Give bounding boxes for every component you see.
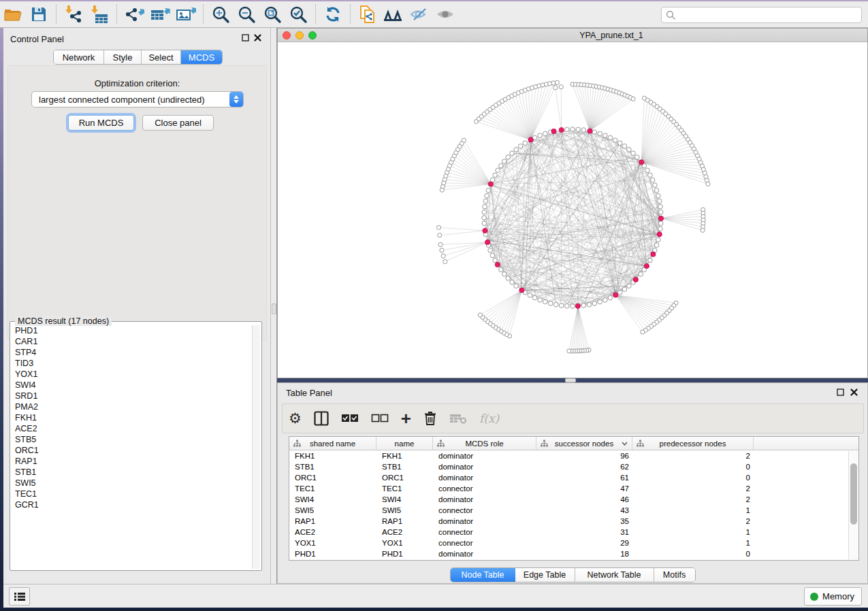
result-node-item[interactable]: STP4 bbox=[12, 347, 252, 358]
cell-MCDS-role: connector bbox=[433, 527, 536, 538]
cell-predecessor-nodes: 0 bbox=[632, 548, 754, 559]
zoom-selected-icon[interactable] bbox=[287, 3, 310, 25]
hierarchy-icon bbox=[437, 440, 445, 447]
memory-button[interactable]: Memory bbox=[804, 587, 862, 606]
network-graph[interactable] bbox=[278, 42, 867, 378]
result-node-item[interactable]: SWI4 bbox=[12, 380, 252, 391]
new-network-from-selection-icon[interactable] bbox=[356, 3, 379, 25]
node-table[interactable]: shared namenameMCDS rolesuccessor nodesp… bbox=[289, 436, 859, 561]
network-view-window: YPA_prune.txt_1 bbox=[277, 28, 868, 378]
close-panel-icon[interactable] bbox=[254, 34, 261, 42]
table-row[interactable]: YOX1YOX1connector291 bbox=[289, 538, 858, 548]
result-node-item[interactable]: PHD1 bbox=[12, 325, 252, 336]
column-header-shared-name[interactable]: shared name bbox=[289, 437, 376, 450]
cell-shared-name: ORC1 bbox=[289, 472, 376, 483]
network-window-title: YPA_prune.txt_1 bbox=[278, 31, 867, 40]
cell-predecessor-nodes: 1 bbox=[632, 538, 754, 548]
horizontal-splitter-handle[interactable] bbox=[565, 378, 576, 382]
tab-network[interactable]: Network bbox=[54, 50, 104, 64]
close-panel-button[interactable]: Close panel bbox=[142, 115, 214, 131]
open-folder-icon[interactable] bbox=[1, 3, 25, 25]
network-window-titlebar[interactable]: YPA_prune.txt_1 bbox=[278, 29, 867, 42]
tab-network-table[interactable]: Network Table bbox=[575, 568, 654, 582]
export-image-icon[interactable] bbox=[174, 3, 197, 25]
show-all-icon[interactable] bbox=[434, 3, 457, 25]
optimization-criterion-dropdown[interactable]: largest connected component (undirected) bbox=[31, 91, 244, 108]
mcds-result-list[interactable]: PHD1CAR1STP4TID3YOX1SWI4SRD1PMA2FKH1ACE2… bbox=[12, 325, 252, 569]
table-options-icon[interactable]: ⚙ bbox=[289, 408, 302, 429]
memory-label: Memory bbox=[822, 591, 854, 601]
search-field[interactable] bbox=[661, 7, 862, 23]
float-panel-icon[interactable] bbox=[837, 389, 844, 396]
column-header-name[interactable]: name bbox=[376, 437, 433, 450]
column-header-successor-nodes[interactable]: successor nodes bbox=[536, 437, 632, 450]
table-row[interactable]: FKH1FKH1dominator962 bbox=[289, 450, 858, 461]
table-row[interactable]: SWI4SWI4dominator462 bbox=[289, 494, 858, 505]
result-node-item[interactable]: ACE2 bbox=[12, 423, 252, 434]
column-header-predecessor-nodes[interactable]: predecessor nodes bbox=[632, 437, 754, 450]
result-node-item[interactable]: FKH1 bbox=[12, 412, 252, 423]
import-table-icon[interactable] bbox=[88, 3, 111, 25]
network-canvas[interactable] bbox=[278, 42, 867, 378]
table-row[interactable]: SWI5SWI5connector431 bbox=[289, 505, 858, 516]
tab-motifs[interactable]: Motifs bbox=[654, 568, 695, 582]
sort-desc-icon bbox=[622, 442, 628, 446]
search-input[interactable] bbox=[676, 10, 861, 20]
show-columns-icon[interactable] bbox=[314, 408, 329, 429]
result-node-item[interactable]: TEC1 bbox=[12, 489, 252, 499]
cell-shared-name: ACE2 bbox=[289, 527, 376, 538]
task-history-button[interactable] bbox=[9, 587, 30, 606]
table-row[interactable]: PHD1PHD1dominator180 bbox=[289, 548, 858, 559]
zoom-out-icon[interactable] bbox=[235, 3, 258, 25]
result-node-item[interactable]: ORC1 bbox=[12, 445, 252, 456]
hide-selected-icon[interactable] bbox=[408, 3, 431, 25]
table-scrollbar[interactable] bbox=[848, 451, 858, 559]
result-node-item[interactable]: CAR1 bbox=[12, 336, 252, 347]
splitter-handle[interactable] bbox=[272, 303, 276, 314]
deselect-all-icon[interactable] bbox=[371, 408, 389, 429]
table-row[interactable]: STB1STB1dominator620 bbox=[289, 461, 858, 472]
cell-successor-nodes: 31 bbox=[536, 527, 632, 538]
table-row[interactable]: ACE2ACE2connector311 bbox=[289, 527, 858, 538]
column-header-MCDS-role[interactable]: MCDS role bbox=[433, 437, 536, 450]
table-row[interactable]: RAP1RAP1dominator352 bbox=[289, 516, 858, 527]
close-panel-icon[interactable] bbox=[850, 389, 858, 396]
tab-mcds[interactable]: MCDS bbox=[181, 50, 222, 64]
first-neighbors-icon[interactable] bbox=[382, 3, 405, 25]
select-all-icon[interactable] bbox=[341, 408, 359, 429]
table-scrollbar-thumb[interactable] bbox=[850, 463, 857, 525]
export-table-icon[interactable] bbox=[148, 3, 172, 25]
hierarchy-icon bbox=[541, 440, 548, 447]
refresh-icon[interactable] bbox=[321, 3, 344, 25]
result-node-item[interactable]: STB5 bbox=[12, 434, 252, 445]
cell-MCDS-role: dominator bbox=[433, 450, 536, 461]
delete-columns-icon[interactable] bbox=[423, 408, 437, 429]
result-node-item[interactable]: RAP1 bbox=[12, 456, 252, 467]
run-mcds-button[interactable]: Run MCDS bbox=[68, 115, 134, 131]
vertical-splitter[interactable] bbox=[271, 28, 277, 584]
result-node-item[interactable]: SWI5 bbox=[12, 478, 252, 489]
export-network-icon[interactable] bbox=[123, 3, 146, 25]
zoom-in-icon[interactable] bbox=[209, 3, 232, 25]
table-row[interactable]: TEC1TEC1connector472 bbox=[289, 483, 858, 494]
import-network-icon[interactable] bbox=[62, 3, 85, 25]
result-list-scrollbar[interactable] bbox=[252, 325, 260, 569]
result-node-item[interactable]: GCR1 bbox=[12, 499, 252, 510]
tab-style[interactable]: Style bbox=[104, 50, 142, 64]
result-node-item[interactable]: TID3 bbox=[12, 358, 252, 369]
cell-shared-name: SWI4 bbox=[289, 494, 376, 505]
result-node-item[interactable]: PMA2 bbox=[12, 401, 252, 412]
table-row[interactable]: ORC1ORC1dominator610 bbox=[289, 472, 858, 483]
save-icon[interactable] bbox=[27, 3, 50, 25]
result-node-item[interactable]: YOX1 bbox=[12, 369, 252, 380]
zoom-fit-icon[interactable] bbox=[261, 3, 284, 25]
tab-edge-table[interactable]: Edge Table bbox=[515, 568, 575, 582]
result-node-item[interactable]: SRD1 bbox=[12, 391, 252, 401]
tab-select[interactable]: Select bbox=[142, 50, 181, 64]
mcds-result-group: MCDS result (17 nodes) PHD1CAR1STP4TID3Y… bbox=[10, 321, 262, 571]
add-column-icon[interactable]: + bbox=[401, 408, 411, 429]
result-node-item[interactable]: STB1 bbox=[12, 467, 252, 478]
cell-successor-nodes: 43 bbox=[536, 505, 632, 516]
float-panel-icon[interactable] bbox=[242, 34, 249, 42]
tab-node-table[interactable]: Node Table bbox=[451, 568, 515, 582]
